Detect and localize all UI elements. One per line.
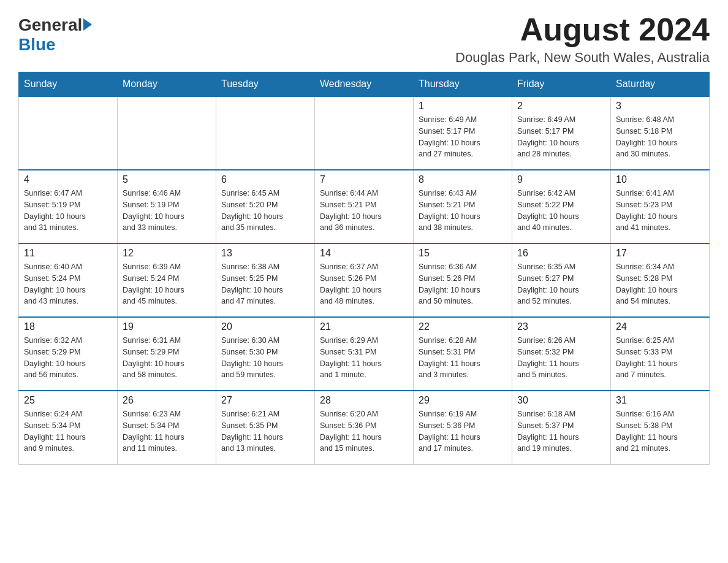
day-info: Sunrise: 6:48 AM Sunset: 5:18 PM Dayligh… xyxy=(616,114,704,160)
calendar-cell: 13Sunrise: 6:38 AM Sunset: 5:25 PM Dayli… xyxy=(216,243,315,317)
calendar-table: SundayMondayTuesdayWednesdayThursdayFrid… xyxy=(18,72,710,465)
calendar-header-friday: Friday xyxy=(512,72,611,97)
calendar-cell: 28Sunrise: 6:20 AM Sunset: 5:36 PM Dayli… xyxy=(315,391,414,464)
day-number: 8 xyxy=(419,174,507,185)
day-number: 28 xyxy=(320,395,408,406)
day-info: Sunrise: 6:34 AM Sunset: 5:28 PM Dayligh… xyxy=(616,261,704,307)
day-info: Sunrise: 6:49 AM Sunset: 5:17 PM Dayligh… xyxy=(517,114,605,160)
location-subtitle: Douglas Park, New South Wales, Australia xyxy=(455,50,710,66)
day-number: 21 xyxy=(320,321,408,332)
day-number: 27 xyxy=(221,395,309,406)
day-number: 30 xyxy=(517,395,605,406)
day-info: Sunrise: 6:21 AM Sunset: 5:35 PM Dayligh… xyxy=(221,408,309,454)
calendar-cell: 29Sunrise: 6:19 AM Sunset: 5:36 PM Dayli… xyxy=(414,391,512,464)
day-info: Sunrise: 6:20 AM Sunset: 5:36 PM Dayligh… xyxy=(320,408,408,454)
calendar-cell: 26Sunrise: 6:23 AM Sunset: 5:34 PM Dayli… xyxy=(118,391,216,464)
day-info: Sunrise: 6:23 AM Sunset: 5:34 PM Dayligh… xyxy=(123,408,211,454)
day-number: 12 xyxy=(123,248,211,259)
title-area: August 2024 Douglas Park, New South Wale… xyxy=(455,12,710,66)
day-number: 13 xyxy=(221,248,309,259)
calendar-cell: 9Sunrise: 6:42 AM Sunset: 5:22 PM Daylig… xyxy=(512,170,611,243)
day-info: Sunrise: 6:44 AM Sunset: 5:21 PM Dayligh… xyxy=(320,188,408,234)
logo-blue-text: Blue xyxy=(18,35,56,54)
header: General Blue August 2024 Douglas Park, N… xyxy=(18,12,710,66)
day-number: 9 xyxy=(517,174,605,185)
day-number: 6 xyxy=(221,174,309,185)
logo: General Blue xyxy=(18,12,92,55)
day-info: Sunrise: 6:45 AM Sunset: 5:20 PM Dayligh… xyxy=(221,188,309,234)
day-number: 18 xyxy=(24,321,112,332)
day-info: Sunrise: 6:28 AM Sunset: 5:31 PM Dayligh… xyxy=(419,335,507,381)
day-info: Sunrise: 6:47 AM Sunset: 5:19 PM Dayligh… xyxy=(24,188,112,234)
day-info: Sunrise: 6:46 AM Sunset: 5:19 PM Dayligh… xyxy=(123,188,211,234)
calendar-cell: 20Sunrise: 6:30 AM Sunset: 5:30 PM Dayli… xyxy=(216,317,315,391)
day-number: 2 xyxy=(517,101,605,112)
calendar-cell: 27Sunrise: 6:21 AM Sunset: 5:35 PM Dayli… xyxy=(216,391,315,464)
day-info: Sunrise: 6:26 AM Sunset: 5:32 PM Dayligh… xyxy=(517,335,605,381)
day-number: 19 xyxy=(123,321,211,332)
day-number: 23 xyxy=(517,321,605,332)
day-info: Sunrise: 6:38 AM Sunset: 5:25 PM Dayligh… xyxy=(221,261,309,307)
calendar-week-row: 18Sunrise: 6:32 AM Sunset: 5:29 PM Dayli… xyxy=(19,317,710,391)
calendar-header-saturday: Saturday xyxy=(611,72,710,97)
calendar-cell: 17Sunrise: 6:34 AM Sunset: 5:28 PM Dayli… xyxy=(611,243,710,317)
calendar-header-monday: Monday xyxy=(118,72,216,97)
calendar-cell: 18Sunrise: 6:32 AM Sunset: 5:29 PM Dayli… xyxy=(19,317,118,391)
calendar-header-thursday: Thursday xyxy=(414,72,512,97)
calendar-cell: 7Sunrise: 6:44 AM Sunset: 5:21 PM Daylig… xyxy=(315,170,414,243)
day-number: 3 xyxy=(616,101,704,112)
calendar-cell xyxy=(315,96,414,170)
day-number: 25 xyxy=(24,395,112,406)
day-info: Sunrise: 6:37 AM Sunset: 5:26 PM Dayligh… xyxy=(320,261,408,307)
day-number: 4 xyxy=(24,174,112,185)
day-number: 20 xyxy=(221,321,309,332)
day-number: 22 xyxy=(419,321,507,332)
calendar-header-tuesday: Tuesday xyxy=(216,72,315,97)
calendar-cell xyxy=(216,96,315,170)
day-number: 26 xyxy=(123,395,211,406)
logo-triangle-icon xyxy=(83,18,92,31)
calendar-cell: 5Sunrise: 6:46 AM Sunset: 5:19 PM Daylig… xyxy=(118,170,216,243)
day-number: 14 xyxy=(320,248,408,259)
calendar-cell: 8Sunrise: 6:43 AM Sunset: 5:21 PM Daylig… xyxy=(414,170,512,243)
day-info: Sunrise: 6:18 AM Sunset: 5:37 PM Dayligh… xyxy=(517,408,605,454)
calendar-cell: 14Sunrise: 6:37 AM Sunset: 5:26 PM Dayli… xyxy=(315,243,414,317)
calendar-cell: 21Sunrise: 6:29 AM Sunset: 5:31 PM Dayli… xyxy=(315,317,414,391)
calendar-cell: 2Sunrise: 6:49 AM Sunset: 5:17 PM Daylig… xyxy=(512,96,611,170)
day-info: Sunrise: 6:29 AM Sunset: 5:31 PM Dayligh… xyxy=(320,335,408,381)
day-number: 24 xyxy=(616,321,704,332)
day-info: Sunrise: 6:25 AM Sunset: 5:33 PM Dayligh… xyxy=(616,335,704,381)
month-year-title: August 2024 xyxy=(455,12,710,47)
calendar-cell xyxy=(118,96,216,170)
day-number: 31 xyxy=(616,395,704,406)
day-info: Sunrise: 6:32 AM Sunset: 5:29 PM Dayligh… xyxy=(24,335,112,381)
calendar-cell: 16Sunrise: 6:35 AM Sunset: 5:27 PM Dayli… xyxy=(512,243,611,317)
calendar-cell: 30Sunrise: 6:18 AM Sunset: 5:37 PM Dayli… xyxy=(512,391,611,464)
calendar-cell: 1Sunrise: 6:49 AM Sunset: 5:17 PM Daylig… xyxy=(414,96,512,170)
day-number: 5 xyxy=(123,174,211,185)
calendar-cell: 12Sunrise: 6:39 AM Sunset: 5:24 PM Dayli… xyxy=(118,243,216,317)
day-info: Sunrise: 6:39 AM Sunset: 5:24 PM Dayligh… xyxy=(123,261,211,307)
calendar-header-wednesday: Wednesday xyxy=(315,72,414,97)
day-info: Sunrise: 6:31 AM Sunset: 5:29 PM Dayligh… xyxy=(123,335,211,381)
day-info: Sunrise: 6:42 AM Sunset: 5:22 PM Dayligh… xyxy=(517,188,605,234)
calendar-cell: 22Sunrise: 6:28 AM Sunset: 5:31 PM Dayli… xyxy=(414,317,512,391)
day-info: Sunrise: 6:16 AM Sunset: 5:38 PM Dayligh… xyxy=(616,408,704,454)
day-info: Sunrise: 6:24 AM Sunset: 5:34 PM Dayligh… xyxy=(24,408,112,454)
day-number: 17 xyxy=(616,248,704,259)
calendar-cell: 25Sunrise: 6:24 AM Sunset: 5:34 PM Dayli… xyxy=(19,391,118,464)
day-number: 7 xyxy=(320,174,408,185)
calendar-cell: 31Sunrise: 6:16 AM Sunset: 5:38 PM Dayli… xyxy=(611,391,710,464)
day-info: Sunrise: 6:43 AM Sunset: 5:21 PM Dayligh… xyxy=(419,188,507,234)
day-number: 1 xyxy=(419,101,507,112)
day-number: 15 xyxy=(419,248,507,259)
day-number: 16 xyxy=(517,248,605,259)
day-number: 10 xyxy=(616,174,704,185)
day-info: Sunrise: 6:19 AM Sunset: 5:36 PM Dayligh… xyxy=(419,408,507,454)
calendar-cell: 10Sunrise: 6:41 AM Sunset: 5:23 PM Dayli… xyxy=(611,170,710,243)
calendar-cell: 23Sunrise: 6:26 AM Sunset: 5:32 PM Dayli… xyxy=(512,317,611,391)
day-info: Sunrise: 6:40 AM Sunset: 5:24 PM Dayligh… xyxy=(24,261,112,307)
logo-general-text: General xyxy=(18,15,82,35)
day-info: Sunrise: 6:41 AM Sunset: 5:23 PM Dayligh… xyxy=(616,188,704,234)
day-info: Sunrise: 6:35 AM Sunset: 5:27 PM Dayligh… xyxy=(517,261,605,307)
